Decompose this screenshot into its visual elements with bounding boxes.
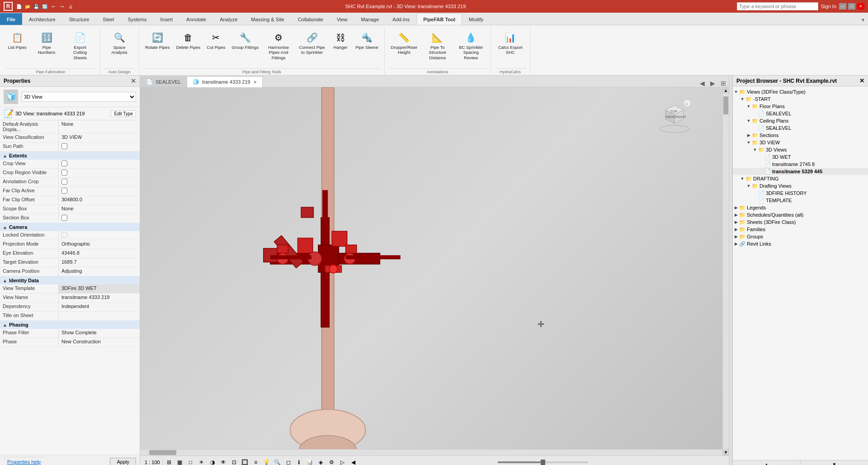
pb-item-3d-views[interactable]: ▼ 📁 3D Views [733, 146, 868, 153]
pb-scroll-up[interactable]: ▲ [733, 460, 801, 465]
pb-toggle-3dview[interactable]: ▼ [745, 139, 752, 146]
prop-val-phase-filter[interactable]: Show Complete [59, 329, 140, 337]
thin-lines-btn[interactable]: ≡ [251, 457, 261, 465]
tab-sealevel[interactable]: 📄 SEALEVEL [140, 76, 187, 87]
sun-settings-btn[interactable]: ☀ [197, 457, 207, 465]
pb-item-sheets[interactable]: ▶ 📁 Sheets (3DFire Class) [733, 218, 868, 226]
sign-in-btn[interactable]: Sign In [821, 4, 836, 9]
prop-val-scope-box[interactable]: None [59, 205, 140, 214]
pb-toggle-schedules[interactable]: ▶ [733, 212, 739, 218]
crop-view-checkbox[interactable] [61, 161, 67, 166]
pb-toggle-drafting-views[interactable]: ▼ [745, 183, 752, 189]
tab-massing[interactable]: Massing & Site [244, 13, 291, 25]
search-input[interactable] [737, 2, 818, 10]
slider-thumb[interactable] [541, 460, 545, 465]
visual-style-btn[interactable]: □ [186, 457, 196, 465]
prop-val-section-box[interactable] [59, 214, 140, 223]
prop-section-phasing[interactable]: ▲ Phasing [0, 321, 140, 329]
pb-item-sealevel-ceiling[interactable]: 📄 SEALEVEL [733, 124, 868, 132]
pipe-numbers-btn[interactable]: 🔢 Pipe Numbers [31, 29, 62, 57]
tab-view[interactable]: View [330, 13, 354, 25]
scale-toggle-btn[interactable]: ⊞ [164, 457, 174, 465]
pb-scroll-down[interactable]: ▼ [801, 460, 868, 465]
prop-val-crop-region[interactable] [59, 169, 140, 177]
apply-btn[interactable]: Apply [110, 458, 136, 465]
show-hide-btn[interactable]: 👁 [218, 457, 228, 465]
prop-val-dependency[interactable]: Independent [59, 303, 140, 311]
pb-item-views[interactable]: ▼ 📁 Views (3DFire Class/Type) [733, 88, 868, 95]
crop-region-checkbox[interactable] [61, 170, 67, 176]
pb-item-families[interactable]: ▶ 📁 Families [733, 226, 868, 233]
calcs-export-btn[interactable]: 📊 Calcs Export SHC [495, 29, 526, 57]
pb-item-schedules[interactable]: ▶ 📁 Schedules/Quantities (all) [733, 211, 868, 218]
pb-toggle-families[interactable]: ▶ [733, 226, 739, 232]
canvas-scrollbar-vertical[interactable]: ▲ ▼ [722, 87, 729, 456]
tab-steel[interactable]: Steel [96, 13, 121, 25]
prop-val-view-template[interactable]: 3DFire 3D WET [59, 285, 140, 293]
space-analysis-btn[interactable]: 🔍 Space Analysis [104, 29, 135, 57]
pb-item-drafting-views[interactable]: ▼ 📁 Drafting Views [733, 182, 868, 190]
isolate-btn[interactable]: ◻ [283, 457, 293, 465]
canvas-scrollbar-horizontal[interactable] [140, 449, 722, 456]
pb-item-3d-wet[interactable]: 📄 3D WET [733, 153, 868, 161]
connect-pipe-sprinkler-btn[interactable]: 🔗 Connect Pipe to Sprinkler [296, 29, 328, 57]
pb-toggle-ceiling-plans[interactable]: ▼ [745, 118, 752, 124]
section-box-checkbox[interactable] [61, 215, 67, 221]
pb-item-start[interactable]: ▼ 📁 -START [733, 95, 868, 103]
annotation-crop-checkbox[interactable] [61, 179, 67, 185]
delete-pipes-btn[interactable]: 🗑 Delete Pipes [174, 29, 203, 51]
tab-systems[interactable]: Systems [121, 13, 153, 25]
pb-item-sealevel-floor[interactable]: 📄 SEALEVEL [733, 110, 868, 117]
prop-val-locked-orientation[interactable] [59, 231, 140, 240]
pb-item-transitname-5329[interactable]: 📄 transitname 5329 445 [733, 168, 868, 175]
prop-val-sun-path[interactable] [59, 142, 140, 151]
redo-icon[interactable]: ↪ [58, 3, 66, 10]
scrollbar-up-btn[interactable]: ▲ [723, 87, 729, 94]
prop-val-view-name[interactable]: transitname 4333 219 [59, 294, 140, 302]
pb-close[interactable]: ✕ [859, 77, 864, 84]
open-icon[interactable]: 📂 [24, 3, 31, 10]
reveal-hidden-btn[interactable]: 💡 [262, 457, 272, 465]
pb-item-ceiling-plans[interactable]: ▼ 📁 Ceiling Plans [733, 117, 868, 124]
far-clip-checkbox[interactable] [61, 188, 67, 194]
collapse-view-btn[interactable]: ◀ [349, 457, 359, 465]
rotate-pipes-btn[interactable]: 🔄 Rotate Pipes [143, 29, 172, 51]
scale-label[interactable]: 1 : 100 [142, 460, 163, 465]
pb-item-legends[interactable]: ▶ 📁 Legends [733, 204, 868, 211]
sun-path-checkbox[interactable] [61, 143, 67, 149]
tab-collaborate[interactable]: Collaborate [291, 13, 330, 25]
tab-file[interactable]: File [0, 13, 22, 25]
prop-section-camera[interactable]: ▲ Camera [0, 223, 140, 231]
tab-manage[interactable]: Manage [354, 13, 386, 25]
prop-val-target-elevation[interactable]: 1689.7 [59, 258, 140, 267]
pb-toggle-groups[interactable]: ▶ [733, 233, 739, 240]
crop-view-btn[interactable]: ⊡ [229, 457, 239, 465]
pb-item-groups[interactable]: ▶ 📁 Groups [733, 233, 868, 240]
prop-val-projection-mode[interactable]: Orthographic [59, 240, 140, 249]
tab-structure[interactable]: Structure [62, 13, 96, 25]
tabs-scroll-btn[interactable]: ⊞ [718, 80, 729, 87]
view-cube[interactable]: TOP FRONT RIGHT ⌂ [656, 96, 693, 133]
pb-toggle-sections[interactable]: ▶ [745, 132, 752, 138]
pb-toggle-drafting[interactable]: ▼ [739, 176, 745, 182]
sync-icon[interactable]: 🔄 [41, 3, 48, 10]
pb-item-transitname-2745[interactable]: 📄 transitname 2745 8 [733, 161, 868, 168]
canvas[interactable]: ✛ TOP FRONT RIGHT [140, 87, 729, 456]
pb-toggle-3dviews[interactable]: ▼ [752, 147, 758, 153]
prop-val-default-analysis[interactable]: None [59, 120, 140, 133]
scrollbar-thumb-v[interactable] [723, 96, 728, 114]
pb-item-floor-plans[interactable]: ▼ 📁 Floor Plans [733, 103, 868, 110]
undo-icon[interactable]: ↩ [50, 3, 57, 10]
export-cutting-sheets-btn[interactable]: 📄 Export Cutting Sheets [64, 29, 96, 62]
pipe-sleeve-btn[interactable]: 🔩 Pipe Sleeve [353, 29, 381, 51]
prop-val-title-sheet[interactable] [59, 312, 140, 320]
pb-item-template[interactable]: 📄 TEMPLATE [733, 197, 868, 204]
tab-annotate[interactable]: Annotate [179, 13, 213, 25]
prop-val-eye-elevation[interactable]: 43446.8 [59, 249, 140, 258]
pb-toggle-floor-plans[interactable]: ▼ [745, 103, 752, 109]
prop-val-camera-position[interactable]: Adjusting [59, 267, 140, 276]
pb-toggle-views[interactable]: ▼ [733, 89, 739, 95]
shadows-btn[interactable]: ◑ [208, 457, 217, 465]
print-icon[interactable]: 🖨 [67, 3, 74, 10]
hanger-btn[interactable]: ⛓ Hanger [330, 29, 351, 51]
